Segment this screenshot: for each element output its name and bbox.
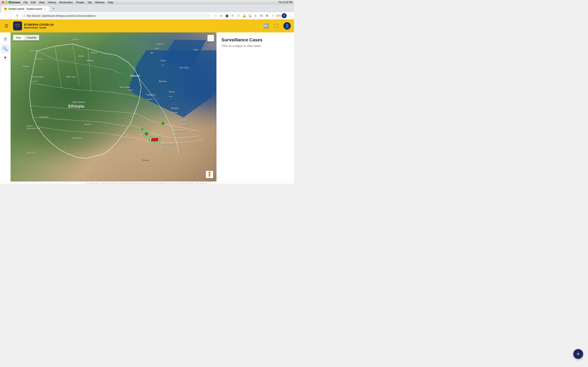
extension-extra-button[interactable]: 25m: [276, 13, 281, 18]
logo-area: 🛡 ETHIOPIA COVID-19 RESPONSE TEAM: [13, 21, 53, 30]
active-tab[interactable]: 🛡 TackleCovid19 - TackleCovid19 ✕: [2, 6, 49, 12]
menu-tab[interactable]: Tab: [87, 1, 92, 4]
header-left: ☰ 🛡 ETHIOPIA COVID-19 RESPONSE TEAM: [3, 21, 53, 30]
forward-button[interactable]: →: [8, 13, 14, 18]
browser-chrome: 🛡 TackleCovid19 - TackleCovid19 ✕ + ← → …: [0, 4, 294, 19]
security-icon: ⚠: [24, 15, 26, 17]
macos-menu: Chrome File Edit View History Bookmarks …: [10, 1, 113, 4]
app-header: ☰ 🛡 ETHIOPIA COVID-19 RESPONSE TEAM 🔤 ⛶ …: [0, 19, 294, 33]
pegman-button[interactable]: 🧍: [206, 171, 213, 178]
app-footer: © 2020, MOH, MINT, ETHIOPIA COVID19 RESP…: [0, 182, 294, 184]
map-type-satellite-button[interactable]: Satellite: [24, 35, 39, 40]
bookmark-button[interactable]: ☆: [213, 13, 218, 18]
tab-title: TackleCovid19 - TackleCovid19: [8, 8, 42, 10]
titlebar-right: Thu 9:23 PM: [278, 1, 292, 4]
logo-title: ETHIOPIA COVID-19: [24, 23, 53, 26]
map-marker-1[interactable]: [161, 121, 165, 125]
logo-subtitle: RESPONSE TEAM: [24, 26, 53, 29]
address-bar-actions: ☆ ● ⬤ ↻ 🛡 🔔 📡 ● 54 N ✓ 25m N ⋮: [213, 13, 292, 18]
address-bar[interactable]: ⚠ Not Secure | dashboard.ethiopia-covid1…: [21, 13, 211, 18]
close-window-button[interactable]: [2, 1, 4, 3]
menu-window[interactable]: Window: [95, 1, 104, 4]
extension-size-button[interactable]: 54: [259, 13, 264, 18]
menu-edit[interactable]: Edit: [31, 1, 35, 4]
footer-text: © 2020, MOH, MINT, ETHIOPIA COVID19 RESP…: [86, 183, 208, 184]
info-panel-subtitle: Click on a region to view cases.: [222, 44, 289, 48]
logo-text: ETHIOPIA COVID-19 RESPONSE TEAM: [24, 23, 53, 29]
info-panel: Surveillance Cases Click on a region to …: [216, 33, 294, 182]
info-panel-title: Surveillance Cases: [222, 37, 289, 43]
map-type-toggle: Map Satellite: [13, 35, 39, 40]
new-tab-button[interactable]: +: [51, 6, 57, 11]
extension-green-button[interactable]: ●: [253, 13, 258, 18]
menu-history[interactable]: History: [48, 1, 56, 4]
map-marker-4[interactable]: [151, 137, 159, 142]
address-bar-row: ← → ↻ ⚠ Not Secure | dashboard.ethiopia-…: [0, 12, 294, 19]
menu-people[interactable]: People: [76, 1, 84, 4]
map-area[interactable]: Map Satellite ⛶ Eritrea Djibouti Ethiopi…: [11, 33, 216, 182]
menu-dots-button[interactable]: ⋮: [287, 13, 292, 18]
profile-button[interactable]: N: [282, 13, 287, 18]
hamburger-button[interactable]: ☰: [3, 23, 10, 29]
sidebar-item-surveillance[interactable]: 🔍: [1, 45, 9, 53]
tab-favicon: 🛡: [4, 8, 7, 10]
app-container: ☰ 🛡 ETHIOPIA COVID-19 RESPONSE TEAM 🔤 ⛶ …: [0, 19, 294, 184]
reload-button[interactable]: ↻: [15, 13, 20, 18]
main-content: ⊞ 🔍 📍: [0, 33, 294, 182]
header-right: 🔤 ⛶ 👤: [262, 22, 291, 30]
tab-close-button[interactable]: ✕: [43, 7, 47, 11]
menu-help[interactable]: Help: [108, 1, 113, 4]
minimize-window-button[interactable]: [5, 1, 7, 3]
menu-file[interactable]: File: [24, 1, 28, 4]
extension-n-button[interactable]: N: [265, 13, 269, 18]
sidebar-item-dashboard[interactable]: ⊞: [1, 35, 9, 43]
extension-bell-button[interactable]: 🔔: [242, 13, 247, 18]
extension-sync-button[interactable]: ↻: [230, 13, 235, 18]
extension-record-button[interactable]: ⬤: [225, 13, 229, 18]
url-display: Not Secure | dashboard.ethiopia-covid19.…: [27, 14, 208, 17]
fullscreen-header-button[interactable]: ⛶: [273, 22, 280, 30]
menu-view[interactable]: View: [39, 1, 44, 4]
map-fullscreen-button[interactable]: ⛶: [208, 35, 214, 42]
menu-chrome[interactable]: Chrome: [10, 1, 20, 4]
back-button[interactable]: ←: [2, 13, 7, 18]
titlebar-time: Thu 9:23 PM: [278, 1, 292, 4]
map-container: Map Satellite ⛶ Eritrea Djibouti Ethiopi…: [11, 33, 216, 182]
titlebar: Chrome File Edit View History Bookmarks …: [0, 0, 294, 4]
tab-bar: 🛡 TackleCovid19 - TackleCovid19 ✕ +: [0, 6, 294, 12]
extension-red-button[interactable]: ●: [219, 13, 224, 18]
user-profile-button[interactable]: 👤: [283, 22, 291, 30]
extension-radio-button[interactable]: 📡: [247, 13, 252, 18]
menu-bookmarks[interactable]: Bookmarks: [60, 1, 73, 4]
map-type-map-button[interactable]: Map: [13, 35, 24, 40]
map-marker-3[interactable]: [144, 131, 149, 136]
extension-shield-button[interactable]: 🛡: [236, 13, 241, 18]
sidebar-item-locations[interactable]: 📍: [1, 54, 9, 63]
logo-shield-icon: 🛡: [13, 21, 22, 30]
map-marker-2[interactable]: [141, 128, 144, 131]
translate-button[interactable]: 🔤: [262, 22, 269, 30]
sidebar: ⊞ 🔍 📍: [0, 33, 11, 182]
extension-check-button[interactable]: ✓: [270, 13, 275, 18]
